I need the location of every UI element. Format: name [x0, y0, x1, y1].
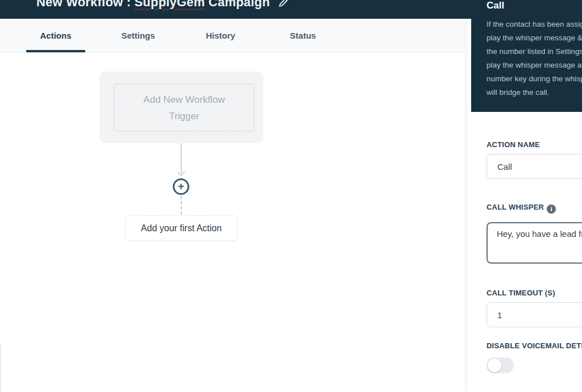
action-description-line: number key during the whisper — [487, 72, 582, 86]
tab-settings[interactable]: Settings — [109, 19, 168, 52]
tab-settings-label: Settings — [121, 31, 155, 40]
workflow-canvas: Add New Workflow Trigger + Add your firs… — [0, 53, 465, 391]
workflow-title-prefix: New Workflow : — [36, 0, 135, 9]
workflow-title: New Workflow : SupplyGem Campaign — [36, 0, 270, 10]
tab-actions-label: Actions — [40, 31, 71, 40]
call-whisper-label: CALL WHISPERi — [487, 203, 582, 214]
add-trigger-label: Add New Workflow Trigger — [130, 91, 238, 124]
action-description-line: will bridge the call. — [487, 86, 582, 99]
action-panel-form: ACTION NAME CALL WHISPERi Hey, you have … — [471, 112, 582, 373]
disable-voicemail-label: DISABLE VOICEMAIL DETECTION — [487, 341, 582, 350]
connector-dashed-line — [181, 196, 182, 215]
action-name-label: ACTION NAME — [487, 140, 582, 149]
call-whisper-group: CALL WHISPERi Hey, you have a lead from — [487, 203, 582, 264]
plus-icon: + — [178, 181, 184, 191]
call-whisper-label-text: CALL WHISPER — [487, 203, 544, 211]
tab-status[interactable]: Status — [273, 19, 332, 52]
tab-history-label: History — [206, 31, 235, 40]
workflow-title-misspelled-word: SupplyGem — [135, 0, 205, 9]
tab-status-label: Status — [290, 31, 316, 40]
action-description-line: play the whisper message & — [487, 31, 582, 45]
add-trigger-dashed-area: Add New Workflow Trigger — [114, 84, 255, 132]
action-panel-title: Call — [487, 0, 582, 11]
connector-line — [181, 143, 182, 173]
action-name-group: ACTION NAME — [487, 140, 582, 179]
disable-voicemail-group: DISABLE VOICEMAIL DETECTION — [487, 341, 582, 373]
active-tab-underline — [26, 50, 85, 52]
action-description-line: the number listed in Settings — [487, 45, 582, 59]
action-description: If the contact has been assigned play th… — [487, 18, 582, 99]
action-config-panel: Call If the contact has been assigned pl… — [471, 0, 582, 392]
call-whisper-textarea[interactable]: Hey, you have a lead from — [487, 222, 582, 264]
action-description-line: If the contact has been assigned — [487, 18, 582, 31]
action-name-input[interactable] — [487, 154, 582, 179]
add-first-action-label: Add your first Action — [141, 223, 222, 233]
action-description-line: play the whisper message and — [487, 59, 582, 72]
workflow-title-suffix: Campaign — [205, 0, 270, 9]
info-icon[interactable]: i — [547, 205, 556, 214]
workflow-tabbar: Actions Settings History Status — [0, 19, 465, 53]
edit-title-pencil-icon[interactable] — [278, 0, 289, 8]
add-action-plus-button[interactable]: + — [173, 178, 189, 195]
tab-history[interactable]: History — [191, 19, 250, 52]
left-edge-scroll-artifact — [0, 344, 1, 392]
workflow-main-section: Actions Settings History Status Add New … — [0, 19, 465, 392]
toggle-knob — [488, 358, 501, 372]
add-first-action-button[interactable]: Add your first Action — [125, 215, 238, 241]
add-trigger-node[interactable]: Add New Workflow Trigger — [99, 72, 263, 143]
call-timeout-input[interactable] — [487, 302, 582, 327]
disable-voicemail-toggle[interactable] — [487, 357, 514, 373]
tab-actions[interactable]: Actions — [26, 19, 85, 52]
action-panel-header: Call If the contact has been assigned pl… — [471, 0, 582, 112]
call-timeout-group: CALL TIMEOUT (S) — [487, 289, 582, 327]
call-timeout-label: CALL TIMEOUT (S) — [487, 289, 582, 297]
connector-arrowhead-icon — [177, 171, 185, 176]
